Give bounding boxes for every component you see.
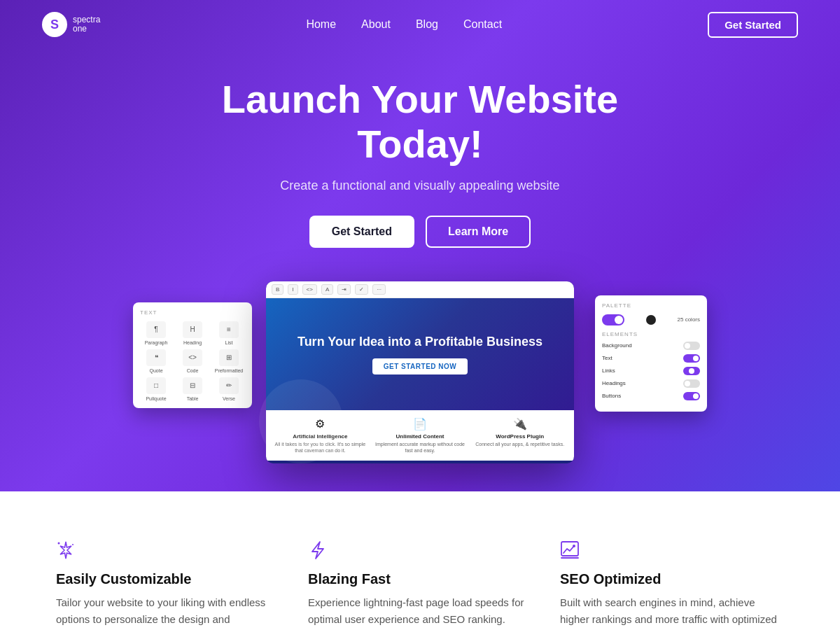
hero-section: Launch Your Website Today! Create a func…: [0, 0, 840, 491]
toolbar-strip: B I <> A ⇥ ✓ ···: [266, 281, 574, 298]
element-headings: Headings: [602, 379, 700, 388]
blocks-grid: ¶ Paragraph H Heading ≡ List ❝ Quote <>: [140, 321, 245, 401]
element-buttons: Buttons: [602, 392, 700, 400]
elements-label: ELEMENTS: [602, 331, 700, 337]
element-background: Background: [602, 342, 700, 350]
blocks-panel: TEXT ¶ Paragraph H Heading ≡ List ❝ Quot…: [133, 302, 252, 408]
block-pullquote: □ Pullquote: [140, 377, 172, 401]
main-screenshot-cta[interactable]: GET STARTED NOW: [372, 358, 468, 374]
palette-label: PALETTE: [602, 302, 700, 309]
nav-get-started-button[interactable]: Get Started: [708, 12, 798, 38]
chart-icon: [560, 540, 784, 560]
main-screenshot-title: Turn Your Idea into a Profitable Busines…: [298, 334, 542, 350]
palette-row: 25 colors: [602, 314, 700, 326]
feat-card-content: 📄 Unlimited Content Implement accurate m…: [374, 417, 466, 454]
hero-title: Launch Your Website Today!: [168, 77, 672, 167]
feature-customizable-desc: Tailor your website to your liking with …: [56, 594, 280, 630]
svg-point-0: [58, 542, 60, 544]
svg-rect-2: [561, 542, 578, 556]
blocks-label: TEXT: [140, 309, 245, 316]
circle-decoration: [259, 379, 343, 463]
block-code: <> Code: [176, 349, 209, 373]
block-paragraph: ¶ Paragraph: [140, 321, 172, 345]
sparkle-icon: [56, 540, 280, 560]
nav-blog[interactable]: Blog: [416, 18, 438, 30]
palette-circle: [646, 315, 656, 325]
element-links-toggle[interactable]: [683, 367, 700, 375]
nav-home[interactable]: Home: [306, 18, 336, 30]
element-links: Links: [602, 367, 700, 375]
hero-learn-more-button[interactable]: Learn More: [426, 216, 531, 248]
element-background-toggle[interactable]: [683, 342, 700, 350]
block-list: ≡ List: [213, 321, 245, 345]
feature-seo-desc: Built with search engines in mind, achie…: [560, 594, 784, 630]
palette-panel: PALETTE 25 colors ELEMENTS Background Te…: [595, 295, 707, 412]
element-text-toggle[interactable]: [683, 354, 700, 363]
element-buttons-toggle[interactable]: [683, 392, 700, 400]
hero-get-started-button[interactable]: Get Started: [309, 216, 414, 248]
logo-icon: S: [42, 12, 67, 37]
block-quote: ❝ Quote: [140, 349, 172, 373]
features-section: Easily Customizable Tailor your website …: [0, 491, 840, 630]
navbar: S spectra one Home About Blog Contact Ge…: [0, 0, 840, 49]
palette-toggle[interactable]: [602, 314, 624, 326]
feat-plugin-desc: Connect all your apps, & repetitive task…: [474, 441, 566, 447]
block-heading: H Heading: [176, 321, 209, 345]
feature-customizable-title: Easily Customizable: [56, 571, 280, 587]
feature-fast: Blazing Fast Experience lightning-fast p…: [308, 540, 532, 630]
element-headings-toggle[interactable]: [683, 379, 700, 388]
nav-contact[interactable]: Contact: [463, 18, 502, 30]
feat-card-plugin: 🔌 WordPress Plugin Connect all your apps…: [474, 417, 566, 447]
hero-subtitle: Create a functional and visually appeali…: [280, 178, 559, 193]
svg-point-1: [72, 544, 74, 545]
block-preformatted: ⊞ Preformatted: [213, 349, 245, 373]
feature-fast-title: Blazing Fast: [308, 571, 532, 587]
logo-link[interactable]: S spectra one: [42, 12, 100, 37]
block-verse: ✏ Verse: [213, 377, 245, 401]
nav-about[interactable]: About: [361, 18, 391, 30]
feature-seo: SEO Optimized Built with search engines …: [560, 540, 784, 630]
feature-fast-desc: Experience lightning-fast page load spee…: [308, 594, 532, 628]
feature-customizable: Easily Customizable Tailor your website …: [56, 540, 280, 630]
bolt-icon: [308, 540, 532, 560]
hero-visual: TEXT ¶ Paragraph H Heading ≡ List ❝ Quot…: [133, 281, 707, 491]
block-table: ⊟ Table: [176, 377, 209, 401]
element-text: Text: [602, 354, 700, 363]
feat-plugin-title: WordPress Plugin: [474, 433, 566, 440]
hero-buttons: Get Started Learn More: [309, 216, 531, 248]
feat-content-desc: Implement accurate markup without code f…: [374, 441, 466, 454]
palette-count: 25 colors: [678, 316, 700, 323]
nav-links: Home About Blog Contact: [306, 18, 502, 31]
logo-text: spectra one: [73, 15, 100, 34]
svg-point-3: [573, 545, 575, 547]
feature-seo-title: SEO Optimized: [560, 571, 784, 587]
feat-content-title: Unlimited Content: [374, 433, 466, 440]
